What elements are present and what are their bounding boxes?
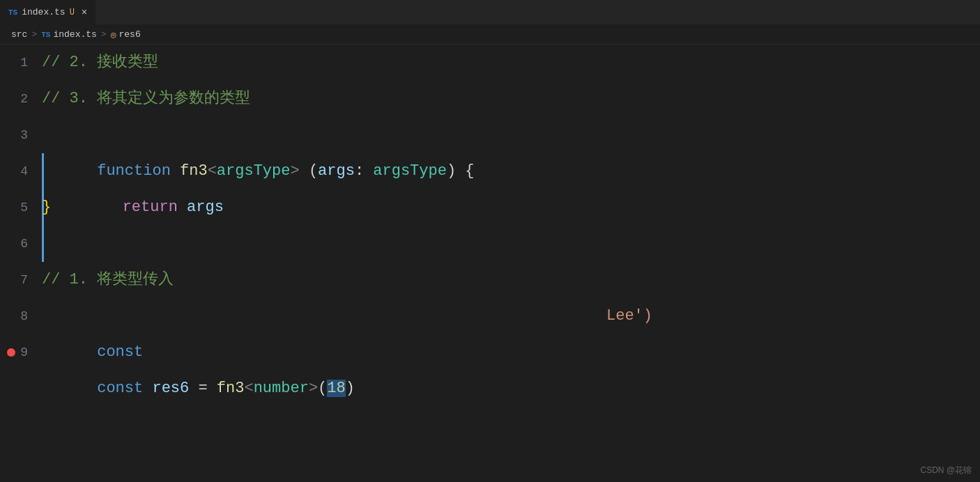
- code-line-2: 2 // 3. 将其定义为参数的类型: [0, 81, 980, 117]
- watermark: CSDN @花镕: [920, 465, 972, 476]
- tab-filename: index.ts: [22, 7, 65, 17]
- tab-index-ts[interactable]: TS index.ts U ×: [0, 0, 96, 25]
- var-res6: res6: [152, 380, 189, 397]
- number-18: 18: [327, 380, 345, 397]
- code-line-5: 5 }: [0, 189, 980, 226]
- breadcrumb-ts-icon: TS: [41, 31, 50, 39]
- code-line-4: 4 return args: [0, 153, 980, 189]
- code-line-7: 7 // 1. 将类型传入: [0, 262, 980, 298]
- breadcrumb-sep2: >: [101, 29, 107, 40]
- breadcrumb-filename[interactable]: index.ts: [53, 29, 96, 40]
- angle-close-9: >: [309, 380, 318, 397]
- code-line-6: 6: [0, 226, 980, 262]
- line-number-4: 4: [0, 153, 42, 189]
- line-number-9: 9: [0, 334, 42, 371]
- line-content-5: }: [42, 189, 980, 226]
- line-number-3: 3: [0, 117, 42, 153]
- line-content-7: // 1. 将类型传入: [42, 262, 980, 298]
- ts-icon: TS: [8, 8, 17, 17]
- tab-bar: TS index.ts U ×: [0, 0, 980, 25]
- type-number-9: number: [254, 380, 309, 397]
- line-number-6: 6: [0, 226, 42, 262]
- code-line-1: 1 // 2. 接收类型: [0, 45, 980, 81]
- angle-open-9: <: [244, 380, 253, 397]
- breadcrumb-src[interactable]: src: [11, 29, 27, 40]
- code-line-9: 9 const res6 = fn3<number>(18): [0, 334, 980, 371]
- code-line-3: 3 function fn3<argsType> (args: argsType…: [0, 117, 980, 153]
- breadcrumb-sep1: >: [31, 29, 37, 40]
- line-number-2: 2: [0, 81, 42, 117]
- breadcrumb: src > TS index.ts > ◎ res6: [0, 25, 980, 45]
- function-call-fn3: fn3: [217, 380, 245, 397]
- line-content-1: // 2. 接收类型: [42, 45, 980, 81]
- breadcrumb-func-name[interactable]: res6: [118, 29, 140, 40]
- line-content-2: // 3. 将其定义为参数的类型: [42, 81, 980, 117]
- keyword-const-9: const: [97, 380, 143, 397]
- line-number-7: 7: [0, 262, 42, 298]
- tab-close-button[interactable]: ×: [82, 7, 87, 18]
- code-line-8: 8 const const res6: number Lee'): [0, 298, 980, 334]
- error-indicator: [7, 348, 15, 357]
- line-number-5: 5: [0, 189, 42, 226]
- line-number-8: 8: [0, 298, 42, 334]
- code-editor[interactable]: 1 // 2. 接收类型 2 // 3. 将其定义为参数的类型 3 functi…: [0, 45, 980, 482]
- line-content-9: const res6 = fn3<number>(18): [42, 334, 980, 443]
- breadcrumb-func-icon: ◎: [111, 29, 116, 40]
- tab-modified-indicator: U: [70, 8, 75, 17]
- line-number-1: 1: [0, 45, 42, 81]
- line8-suffix: Lee'): [606, 298, 652, 334]
